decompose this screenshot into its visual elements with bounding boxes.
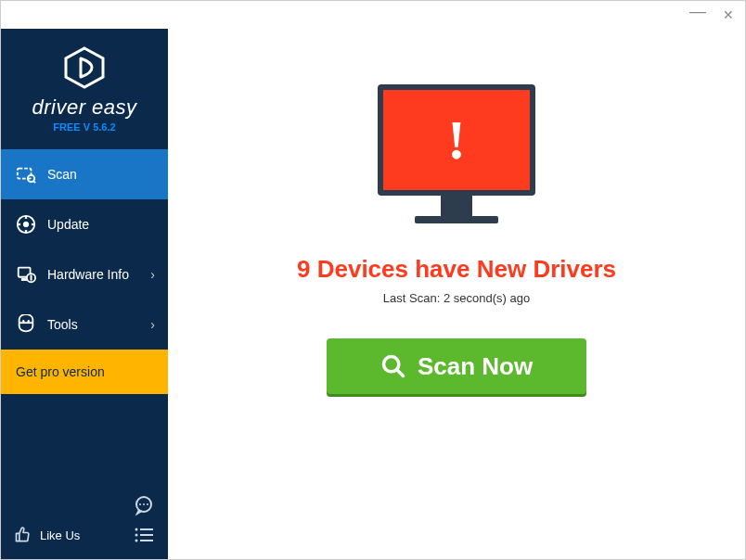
svg-point-18 — [135, 534, 138, 537]
chevron-right-icon: › — [150, 267, 155, 282]
svg-point-5 — [23, 222, 29, 227]
hardware-info-icon: i — [16, 264, 36, 285]
svg-point-15 — [143, 503, 145, 505]
svg-point-17 — [135, 528, 138, 531]
like-us-button[interactable]: Like Us — [14, 526, 80, 544]
window-titlebar: — ✕ — [1, 1, 745, 29]
sidebar-item-label: Scan — [47, 167, 77, 182]
close-button[interactable]: ✕ — [723, 7, 734, 22]
svg-point-12 — [28, 320, 30, 322]
minimize-button[interactable]: — — [689, 2, 706, 21]
app-version: FREE V 5.6.2 — [1, 121, 168, 133]
app-name: driver easy — [1, 95, 168, 120]
svg-text:i: i — [30, 274, 32, 282]
svg-marker-0 — [66, 48, 103, 87]
logo-area: driver easy FREE V 5.6.2 — [1, 29, 168, 144]
update-icon — [16, 214, 36, 235]
svg-line-3 — [33, 181, 35, 183]
sidebar-item-label: Tools — [47, 317, 78, 332]
sidebar-item-scan[interactable]: Scan — [1, 149, 168, 199]
chevron-right-icon: › — [150, 317, 155, 332]
search-icon — [380, 353, 406, 379]
get-pro-button[interactable]: Get pro version — [1, 350, 168, 394]
logo-icon — [62, 45, 107, 90]
scan-now-label: Scan Now — [418, 352, 533, 381]
headline: 9 Devices have New Drivers — [297, 255, 616, 284]
app-body: driver easy FREE V 5.6.2 Scan Update i — [1, 29, 745, 559]
tools-icon — [16, 314, 36, 335]
scan-icon — [16, 164, 36, 185]
sidebar: driver easy FREE V 5.6.2 Scan Update i — [1, 29, 168, 559]
sidebar-item-update[interactable]: Update — [1, 199, 168, 249]
last-scan-label: Last Scan: 2 second(s) ago — [383, 291, 530, 305]
svg-point-16 — [147, 503, 148, 505]
svg-point-19 — [135, 540, 138, 542]
sidebar-item-tools[interactable]: Tools › — [1, 299, 168, 350]
sidebar-item-label: Update — [47, 217, 89, 232]
svg-point-14 — [139, 503, 141, 505]
scan-now-button[interactable]: Scan Now — [327, 338, 586, 394]
svg-line-24 — [396, 370, 403, 376]
svg-point-11 — [22, 320, 24, 322]
sidebar-bottom: Like Us — [1, 485, 168, 559]
feedback-icon[interactable] — [133, 494, 155, 516]
get-pro-label: Get pro version — [16, 364, 105, 379]
sidebar-item-hardware-info[interactable]: i Hardware Info › — [1, 249, 168, 299]
main-content: ! 9 Devices have New Drivers Last Scan: … — [168, 29, 745, 559]
sidebar-nav: Scan Update i Hardware Info › Tools — [1, 149, 168, 350]
exclamation-icon: ! — [447, 108, 466, 172]
menu-list-icon[interactable] — [133, 524, 155, 546]
sidebar-item-label: Hardware Info — [47, 267, 129, 282]
like-us-label: Like Us — [40, 528, 80, 542]
alert-screen: ! — [378, 84, 535, 196]
monitor-illustration: ! — [378, 84, 535, 223]
thumbs-up-icon — [14, 526, 32, 544]
svg-rect-7 — [21, 279, 27, 281]
